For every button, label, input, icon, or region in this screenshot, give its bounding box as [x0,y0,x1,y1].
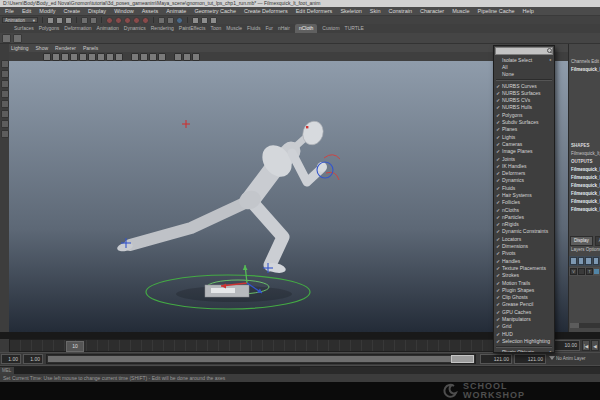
layer-playback-toggle[interactable] [578,268,585,275]
output-connections-icon[interactable] [167,17,174,24]
shelf-tab-polygons[interactable]: Polygons [39,24,60,33]
panel-menu-show[interactable]: Show [36,44,49,52]
menu-item-dynamic-constraints[interactable]: Dynamic Constraints [494,228,554,235]
shelf-tab-toon[interactable]: Toon [210,24,221,33]
command-line-mode-label[interactable]: MEL [0,367,14,374]
menu-item-nparticles[interactable]: nParticles [494,213,554,220]
xray-icon[interactable] [183,53,191,61]
layout-four-pane-icon[interactable] [1,130,9,138]
shelf-tab-painteffects[interactable]: PaintEffects [179,24,206,33]
layer-editor-scrollbar[interactable] [570,323,600,328]
menu-character[interactable]: Character [420,7,444,15]
playback-start-field[interactable]: 1.00 [23,354,43,364]
menu-item-cameras[interactable]: Cameras [494,140,554,147]
panel-menu-panels[interactable]: Panels [83,44,98,52]
chevron-down-icon[interactable] [549,356,555,360]
antialiasing-icon[interactable] [192,53,200,61]
film-gate-icon[interactable] [97,53,105,61]
menu-item-polygons[interactable]: Polygons [494,111,554,118]
select-tool-icon[interactable] [1,60,9,68]
shelf-item-icon[interactable] [13,34,22,43]
scrollbar-thumb[interactable] [570,323,579,328]
snap-surface-icon[interactable] [142,17,149,24]
shelf-menu-icon[interactable] [2,34,11,43]
output-node[interactable]: Filmexquick_lt_foot_anim [569,190,600,198]
menu-item-subdiv-surfaces[interactable]: Subdiv Surfaces [494,118,554,125]
range-slider[interactable] [46,354,476,364]
playback-end-field[interactable]: 121.00 [480,354,512,364]
menu-item-none[interactable]: None [494,71,554,78]
empty-layer-icon[interactable] [585,257,592,265]
menu-edit-deformers[interactable]: Edit Deformers [296,7,333,15]
menu-item-dynamics[interactable]: Dynamics [494,177,554,184]
output-node[interactable]: Filmexquick_lt_foot_anim [569,198,600,206]
menu-item-pivots[interactable]: Pivots [494,250,554,257]
menu-item-nurbs-surfaces[interactable]: NURBS Surfaces [494,89,554,96]
bookmarks-icon[interactable] [70,53,78,61]
new-layer-icon[interactable] [593,257,600,265]
menu-item-locators[interactable]: Locators [494,235,554,242]
menu-assets[interactable]: Assets [142,7,159,15]
menu-display[interactable]: Display [88,7,106,15]
shelf-tab-animation[interactable]: Animation [97,24,119,33]
camera-attributes-icon[interactable] [61,53,69,61]
output-node[interactable]: Filmexquick_lt_foot_anim [569,166,600,174]
range-slider-handle[interactable] [451,355,474,363]
snap-grid-icon[interactable] [106,17,113,24]
menu-edit[interactable]: Edit [22,7,31,15]
shelf-tab-ncloth-active[interactable]: nCloth [295,24,317,33]
menu-set-selector[interactable]: Animation ▾ [2,17,38,23]
menu-muscle[interactable]: Muscle [452,7,469,15]
shelf-tab-fur[interactable]: Fur [265,24,273,33]
anim-layer-selector[interactable]: No Anim Layer [556,353,600,365]
snap-curve-icon[interactable] [115,17,122,24]
menu-item-plugin-objects[interactable]: Plugin Objects ‣ [494,349,554,353]
render-icon[interactable] [192,17,199,24]
menu-item-motion-trails[interactable]: Motion Trails [494,279,554,286]
menu-file[interactable]: File [5,7,14,15]
shelf-tab-fluids[interactable]: Fluids [247,24,260,33]
gate-mask-icon[interactable] [115,53,123,61]
new-scene-icon[interactable] [47,17,54,24]
viewport-canvas[interactable] [9,61,568,332]
menu-geometry-cache[interactable]: Geometry Cache [194,7,236,15]
tab-display-layers[interactable]: Display [570,236,593,246]
layer-visibility-toggle[interactable]: V [570,268,577,275]
menu-pipeline-cache[interactable]: Pipeline Cache [478,7,515,15]
menu-create-deformers[interactable]: Create Deformers [244,7,288,15]
panel-menu-renderer[interactable]: Renderer [55,44,76,52]
menu-item-manipulators[interactable]: Manipulators [494,315,554,322]
image-plane-icon[interactable] [79,53,87,61]
menu-item-isolate-select[interactable]: Isolate Select ‣ [494,56,554,63]
shelf-tab-deformation[interactable]: Deformation [64,24,91,33]
lasso-tool-icon[interactable] [1,70,9,78]
menu-item-image-planes[interactable]: Image Planes [494,148,554,155]
render-settings-icon[interactable] [210,17,217,24]
construction-history-icon[interactable] [176,17,183,24]
redo-icon[interactable] [90,17,97,24]
menu-animate[interactable]: Animate [166,7,186,15]
menu-item-gpu-caches[interactable]: GPU Caches [494,308,554,315]
menu-item-dimensions[interactable]: Dimensions [494,242,554,249]
range-slider-bar[interactable] [48,356,474,362]
menu-item-nurbs-curves[interactable]: NURBS Curves [494,82,554,89]
lock-camera-icon[interactable] [52,53,60,61]
shelf-tab-nhair[interactable]: nHair [278,24,290,33]
menu-help[interactable]: Help [523,7,534,15]
snap-plane-icon[interactable] [133,17,140,24]
shelf-tab-surfaces[interactable]: Surfaces [14,24,34,33]
move-layer-down-icon[interactable] [578,257,585,265]
paint-select-tool-icon[interactable] [1,80,9,88]
menu-item-plugin-shapes[interactable]: Plugin Shapes [494,286,554,293]
output-node[interactable]: Filmexquick_lt_foot_anim [569,182,600,190]
menu-item-ncloths[interactable]: nCloths [494,206,554,213]
grid-toggle-icon[interactable] [88,53,96,61]
snap-point-icon[interactable] [124,17,131,24]
menu-item-ik-handles[interactable]: IK Handles [494,162,554,169]
menu-item-clip-ghosts[interactable]: Clip Ghosts [494,294,554,301]
menu-item-fluids[interactable]: Fluids [494,184,554,191]
shape-node-name[interactable]: Filmexquick_lt_foot_anim [569,150,600,158]
channel-box-menu[interactable]: Channels Edit [569,58,600,66]
menu-item-nurbs-cvs[interactable]: NURBS CVs [494,96,554,103]
shaded-icon[interactable] [140,53,148,61]
